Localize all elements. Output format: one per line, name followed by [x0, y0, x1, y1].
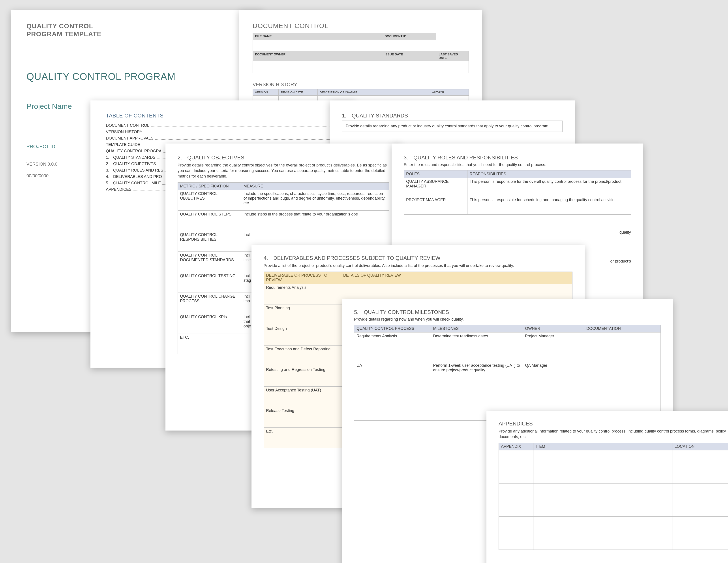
sec3-title: 3. QUALITY ROLES AND RESPONSIBILITIES [404, 154, 631, 161]
cell [533, 484, 672, 500]
cell: QUALITY CONTROL OBJECTIVES [178, 190, 241, 210]
toc-item: VERSION HISTORY2 [106, 130, 340, 134]
th-last-saved: LAST SAVED DATE [436, 51, 469, 61]
toc-label: VERSION HISTORY [106, 130, 142, 134]
table-row [499, 467, 728, 484]
sec2-h2: MEASURE [241, 182, 389, 190]
appendix-desc: Provide any additional information relat… [499, 429, 728, 440]
cell: QA Manager [523, 362, 584, 391]
cell: Determine test readiness dates [431, 333, 523, 362]
cell: QUALITY CONTROL TESTING [178, 272, 241, 293]
th-desc-change: DESCRIPTION OF CHANGE [317, 89, 430, 96]
toc-label: APPENDICES [106, 187, 131, 192]
th-document-owner: DOCUMENT OWNER [253, 51, 382, 61]
toc-label: 4. DELIVERABLES AND PRO [106, 174, 162, 179]
cell: UAT [354, 362, 431, 391]
sec4-title: 4. DELIVERABLES AND PROCESSES SUBJECT TO… [264, 255, 572, 261]
cell: QUALITY CONTROL CHANGE PROCESS [178, 293, 241, 313]
cell [672, 517, 728, 533]
sec2-h1: METRIC / SPECIFICATION [178, 182, 241, 190]
cell [533, 517, 672, 533]
table-row: QUALITY ASSURANCE MANAGERThis person is … [404, 178, 631, 196]
th-issue-date: ISSUE DATE [382, 51, 436, 61]
th-document-id: DOCUMENT ID [382, 33, 436, 39]
cell: Perform 1-week user acceptance testing (… [431, 362, 523, 391]
cell: QUALITY CONTROL KPIs [178, 313, 241, 334]
appendix-h1: APPENDIX [499, 443, 533, 450]
cell [584, 362, 660, 391]
cell: User Acceptance Testing (UAT) [264, 387, 341, 407]
doc-title: QUALITY CONTROL PROGRAM [26, 71, 247, 82]
cell: QUALITY CONTROL STEPS [178, 210, 241, 231]
cell: Etc. [264, 428, 341, 448]
sec5-h1: QUALITY CONTROL PROCESS [354, 325, 431, 333]
toc-label: DOCUMENT APPROVALS [106, 136, 153, 141]
sec3-frag1: quality [404, 230, 631, 235]
table-row [499, 533, 728, 550]
th-author: AUTHOR [430, 89, 469, 96]
cell [533, 533, 672, 550]
th-version: VERSION [253, 89, 279, 96]
toc-item: DOCUMENT APPROVALS [106, 136, 340, 141]
table-row: Requirements AnalysisDetermine test read… [354, 333, 661, 362]
cell: Requirements Analysis [264, 284, 341, 305]
sec4-desc: Provide a list of the project or product… [264, 263, 572, 268]
cell [672, 500, 728, 517]
brand-line2: PROGRAM TEMPLATE [26, 30, 247, 38]
appendix-title: APPENDICES [499, 421, 728, 427]
appendix-h3: LOCATION [672, 443, 728, 450]
sec3-h2: RESPONSIBILITIES [467, 170, 631, 178]
toc-label: 1. QUALITY STANDARDS [106, 155, 155, 160]
sec5-title: 5. QUALITY CONTROL MILESTONES [354, 309, 661, 315]
table-row [499, 517, 728, 533]
toc-label: QUALITY CONTROL PROGRA [106, 149, 161, 153]
sec5-desc: Provide details regarding how and when y… [354, 317, 661, 322]
table-row: QUALITY CONTROL STEPSInclude steps in th… [178, 210, 389, 231]
cell: QUALITY CONTROL RESPONSIBILITIES [178, 231, 241, 251]
sec5-h3: OWNER [523, 325, 584, 333]
cell [354, 450, 431, 479]
sec3-h1: ROLES [404, 170, 467, 178]
sec5-h2: MILESTONES [431, 325, 523, 333]
cell [499, 500, 533, 517]
cell: QUALITY ASSURANCE MANAGER [404, 178, 467, 196]
cell: Retesting and Regression Testing [264, 366, 341, 387]
cell [499, 484, 533, 500]
cell: Project Manager [523, 333, 584, 362]
cell [672, 467, 728, 484]
cell: Test Execution and Defect Reporting [264, 346, 341, 366]
table-row: QUALITY CONTROL OBJECTIVESInclude the sp… [178, 190, 389, 210]
cell: PROJECT MANAGER [404, 196, 467, 214]
cell: This person is responsible for schedulin… [467, 196, 631, 214]
toc-label: DOCUMENT CONTROL [106, 123, 149, 128]
cell [499, 517, 533, 533]
version-history-title: VERSION HISTORY [253, 82, 469, 87]
cell [499, 467, 533, 484]
cell [354, 391, 431, 421]
sec4-h1: DELIVERABLE OR PROCESS TO REVIEW [264, 272, 341, 284]
toc-label: TEMPLATE GUIDE [106, 142, 140, 147]
cell [533, 467, 672, 484]
cell [499, 450, 533, 467]
sec3-desc: Enter the roles and responsibilities tha… [404, 162, 631, 167]
cell [672, 533, 728, 550]
table-row [499, 484, 728, 500]
table-row [499, 450, 728, 467]
cell: Release Testing [264, 407, 341, 428]
doc-control-title: DOCUMENT CONTROL [253, 22, 469, 30]
sec2-desc: Provide details regarding the quality co… [178, 162, 389, 179]
cell [499, 533, 533, 550]
toc-label: 5. QUALITY CONTROL MILE [106, 181, 161, 185]
th-rev-date: REVISION DATE [279, 89, 317, 96]
cell: Requirements Analysis [354, 333, 431, 362]
toc-title: TABLE OF CONTENTS [106, 113, 340, 119]
sec2-title: 2. QUALITY OBJECTIVES [178, 154, 389, 161]
cell [533, 450, 672, 467]
cell: This person is responsible for the overa… [467, 178, 631, 196]
toc-label: 3. QUALITY ROLES AND RES [106, 168, 163, 173]
cell [533, 500, 672, 517]
toc-label: 2. QUALITY OBJECTIVES [106, 162, 156, 166]
cell [354, 421, 431, 450]
cell [584, 333, 660, 362]
cell: ETC. [178, 334, 241, 354]
